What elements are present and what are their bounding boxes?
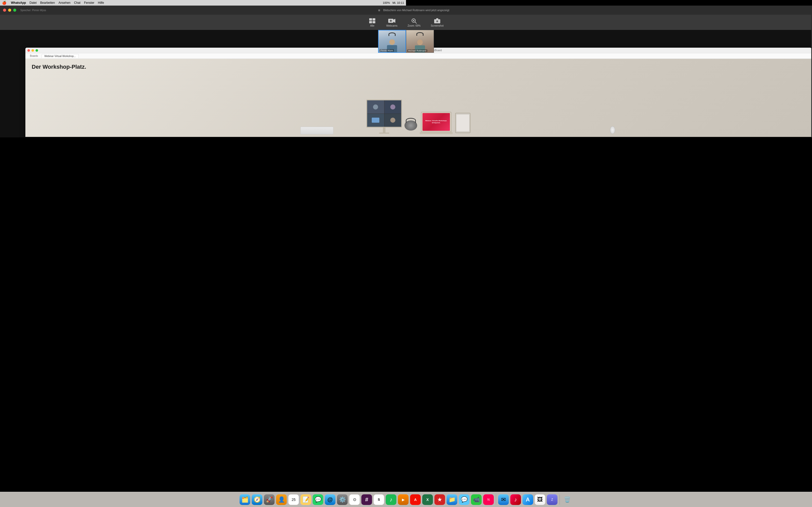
svg-rect-0 bbox=[369, 18, 372, 20]
menubar-right: 100% Mi. 10:11 bbox=[383, 1, 404, 4]
miro-close[interactable] bbox=[28, 49, 30, 52]
zoom-tool-alle[interactable]: Alle bbox=[368, 18, 376, 27]
desk-keyboard bbox=[300, 127, 334, 134]
menubar-time: Mi. 10:11 bbox=[393, 1, 404, 4]
zoom-window-title: 🖥 Bildschirm von Michael Rottmann wird j… bbox=[18, 9, 406, 12]
webcams-icon bbox=[388, 18, 396, 24]
monitor-neck bbox=[383, 127, 386, 132]
mini-participant-2 bbox=[385, 100, 401, 114]
main-screen-area: ⣿ Miro – formerly RealtimeBoard Boards W… bbox=[0, 30, 406, 137]
mini-participant-1 bbox=[367, 100, 384, 114]
menu-hilfe[interactable]: Hilfe bbox=[98, 1, 104, 5]
miro-titlebar: Miro – formerly RealtimeBoard bbox=[26, 48, 406, 53]
menu-fenster[interactable]: Fenster bbox=[84, 1, 94, 5]
miro-tabs: Boards Webinar Virtual Workshop... bbox=[26, 53, 406, 59]
apple-menu[interactable]: 🍎 bbox=[2, 1, 6, 5]
close-button[interactable] bbox=[3, 9, 6, 12]
workshop-image: Der Workshop-Platz. bbox=[26, 59, 406, 137]
menu-ansehen[interactable]: Ansehen bbox=[58, 1, 70, 5]
desk-monitor bbox=[366, 100, 402, 133]
miro-content: Der Workshop-Platz. bbox=[26, 59, 406, 137]
minimize-button[interactable] bbox=[8, 9, 11, 12]
menu-bearbeiten[interactable]: Bearbeiten bbox=[40, 1, 55, 5]
miro-tab-boards[interactable]: Boards bbox=[28, 54, 41, 58]
menu-datei[interactable]: Datei bbox=[30, 1, 37, 5]
mini-participant-4 bbox=[385, 114, 401, 127]
workshop-title-area: Der Workshop-Platz. bbox=[32, 64, 86, 70]
maximize-button[interactable] bbox=[13, 9, 16, 12]
zoom-screen-title: Bildschirm von Michael Rottmann wird jet… bbox=[383, 9, 406, 12]
menu-whatsapp[interactable]: WhatsApp bbox=[11, 1, 26, 5]
webcam-name-pirmin: Pirmin Wyss bbox=[379, 49, 394, 52]
mini-participant-3 bbox=[367, 114, 384, 127]
workshop-title: Der Workshop-Platz. bbox=[32, 64, 86, 70]
zoom-window: 🖥 Bildschirm von Michael Rottmann wird j… bbox=[0, 6, 406, 137]
svg-rect-1 bbox=[372, 18, 375, 20]
webcams-label: Webcams bbox=[386, 24, 397, 27]
alle-icon bbox=[368, 18, 376, 24]
monitor-screen bbox=[366, 100, 402, 127]
menu-chat[interactable]: Chat bbox=[74, 1, 81, 5]
miro-maximize[interactable] bbox=[36, 49, 38, 52]
miro-window-title: Miro – formerly RealtimeBoard bbox=[40, 49, 406, 52]
webcam-tile-pirmin: Pirmin Wyss bbox=[378, 30, 406, 53]
svg-point-6 bbox=[390, 20, 392, 22]
zoom-toolbar: Alle Webcams Zoom: 69% bbox=[0, 15, 406, 30]
zoom-content: Pirmin Wyss Michael Rottmann ⣿ bbox=[0, 30, 406, 137]
speaker-label: Sprecher: Pirmin Wyss bbox=[20, 9, 46, 12]
alle-label: Alle bbox=[370, 24, 374, 27]
svg-marker-5 bbox=[393, 19, 395, 23]
miro-tab-webinar[interactable]: Webinar Virtual Workshop... bbox=[42, 54, 79, 58]
zoom-titlebar: 🖥 Bildschirm von Michael Rottmann wird j… bbox=[0, 6, 406, 15]
desk-scene: Webinar. Virtuelle Workshops. Erfolgreic… bbox=[26, 74, 406, 137]
miro-window: Miro – formerly RealtimeBoard Boards Web… bbox=[26, 48, 406, 137]
menu-bar: 🍎 WhatsApp Datei Bearbeiten Ansehen Chat… bbox=[0, 0, 406, 6]
miro-minimize[interactable] bbox=[32, 49, 34, 52]
zoom-tool-webcams[interactable]: Webcams bbox=[386, 18, 397, 27]
menubar-battery: 100% bbox=[383, 1, 390, 4]
monitor-base bbox=[379, 132, 389, 133]
desk-headphones bbox=[404, 120, 406, 130]
webcam-strip: Pirmin Wyss Michael Rottmann bbox=[378, 30, 406, 53]
svg-rect-2 bbox=[369, 21, 372, 23]
svg-rect-3 bbox=[372, 21, 375, 23]
